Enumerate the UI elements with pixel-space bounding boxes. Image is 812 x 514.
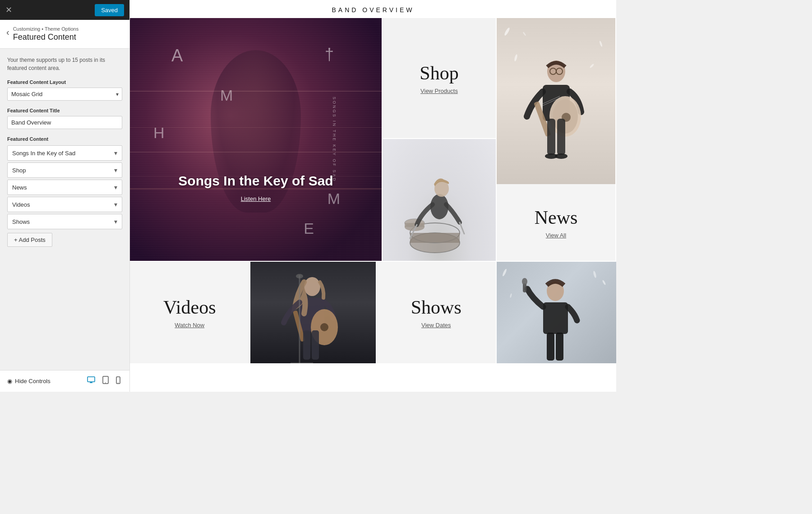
guitarist-silhouette: [511, 22, 601, 184]
svg-line-17: [460, 222, 464, 234]
layout-select[interactable]: Mosaic Grid Grid Slider: [7, 88, 122, 101]
svg-point-46: [522, 278, 527, 285]
letter-e: E: [304, 220, 314, 237]
content-item-shop[interactable]: Shop ▾: [7, 162, 122, 178]
news-title: News: [535, 207, 578, 228]
desktop-device-button[interactable]: [85, 375, 97, 387]
shop-cell[interactable]: Shop View Products: [383, 18, 496, 139]
svg-rect-29: [547, 119, 555, 155]
letter-t: †: [325, 45, 334, 64]
svg-point-34: [304, 277, 320, 296]
svg-rect-0: [88, 377, 95, 382]
shows-cell[interactable]: Shows View Dates: [377, 262, 497, 363]
shows-link[interactable]: View Dates: [421, 322, 451, 329]
mobile-device-button[interactable]: [114, 375, 122, 387]
content-item-shows[interactable]: Shows ▾: [7, 214, 122, 229]
svg-rect-39: [312, 330, 319, 360]
videos-cell[interactable]: Videos Watch Now: [130, 262, 250, 363]
add-posts-button[interactable]: + Add Posts: [7, 233, 52, 247]
chevron-down-icon-2: ▾: [114, 167, 117, 174]
songs-vertical-text: SONGS IN THE KEY OF SAD: [332, 97, 337, 182]
songs-title: Songs In the Key of Sad: [130, 173, 382, 189]
chevron-down-icon-3: ▾: [114, 184, 117, 191]
songs-cell[interactable]: A † M H M E Songs In the Key of Sad List…: [130, 18, 383, 261]
svg-rect-43: [543, 302, 568, 334]
hide-controls-label: Hide Controls: [15, 378, 51, 384]
right-column: News View All: [497, 18, 616, 261]
layout-select-wrapper: Mosaic Grid Grid Slider: [7, 88, 122, 101]
preview-title: BAND OVERVIEW: [130, 0, 616, 18]
news-link[interactable]: View All: [546, 232, 566, 239]
back-button[interactable]: ‹: [6, 26, 9, 37]
glitch-line-1: [130, 91, 382, 92]
glitch-line-3: [130, 152, 382, 153]
topbar: ✕ Saved: [0, 0, 129, 20]
panel-header: ‹ Customizing • Theme Options Featured C…: [0, 20, 129, 49]
layout-label: Featured Content Layout: [7, 79, 122, 85]
svg-rect-48: [556, 333, 563, 361]
svg-rect-30: [557, 119, 565, 155]
chevron-down-icon-5: ▾: [114, 218, 117, 225]
tablet-icon: [102, 376, 109, 384]
news-cell[interactable]: News View All: [497, 184, 615, 261]
drummer-silhouette: [390, 139, 489, 261]
content-item-videos-label: Videos: [12, 201, 114, 208]
videos-link[interactable]: Watch Now: [175, 322, 204, 329]
middle-column: Shop View Products: [383, 18, 497, 261]
svg-point-42: [296, 274, 303, 278]
svg-rect-38: [303, 330, 310, 360]
singer-photo: [497, 262, 616, 363]
content-item-news-label: News: [12, 184, 114, 191]
preview-area: BAND OVERVIEW A † M H M E: [130, 0, 616, 392]
sidebar-footer: ◉ Hide Controls: [0, 370, 129, 392]
drummer-photo: [383, 139, 496, 261]
grid-row-2: Videos Watch Now: [130, 262, 616, 363]
svg-point-4: [105, 382, 106, 383]
mosaic-grid: A † M H M E Songs In the Key of Sad List…: [130, 18, 616, 363]
breadcrumb: Customizing • Theme Options: [13, 26, 79, 32]
shop-title: Shop: [420, 62, 458, 84]
title-field-group: Featured Content Title: [7, 108, 122, 129]
content-item-songs[interactable]: Songs In the Key of Sad ▾: [7, 145, 122, 161]
saved-button[interactable]: Saved: [95, 4, 124, 16]
svg-point-37: [320, 323, 328, 331]
svg-rect-10: [410, 233, 460, 243]
letter-h: H: [153, 124, 165, 142]
content-item-shop-label: Shop: [12, 167, 114, 174]
grid-row-1: A † M H M E Songs In the Key of Sad List…: [130, 18, 616, 262]
shows-title: Shows: [411, 296, 461, 318]
sidebar-body: Your theme supports up to 15 posts in it…: [0, 49, 129, 370]
letter-m: M: [220, 87, 233, 104]
close-button[interactable]: ✕: [5, 6, 12, 14]
guitarist2-photo: [250, 262, 377, 363]
guitarist-photo: [497, 18, 615, 184]
featured-content-label: Featured Content: [7, 136, 122, 142]
hide-controls-button[interactable]: ◉ Hide Controls: [7, 378, 51, 384]
tablet-device-button[interactable]: [101, 375, 111, 387]
shop-link[interactable]: View Products: [420, 88, 458, 94]
svg-point-6: [118, 382, 118, 383]
title-label: Featured Content Title: [7, 108, 122, 113]
content-item-shows-label: Shows: [12, 218, 114, 225]
svg-point-32: [555, 153, 567, 159]
mobile-icon: [116, 376, 120, 384]
svg-rect-47: [547, 333, 554, 361]
videos-title: Videos: [163, 296, 216, 318]
guitarist2-silhouette: [261, 262, 365, 363]
content-item-news[interactable]: News ▾: [7, 180, 122, 195]
songs-link[interactable]: Listen Here: [130, 195, 382, 202]
content-item-videos[interactable]: Videos ▾: [7, 197, 122, 212]
title-input[interactable]: [7, 116, 122, 129]
monitor-icon: [87, 376, 95, 384]
theme-note: Your theme supports up to 15 posts in it…: [7, 56, 122, 72]
featured-content-group: Featured Content Songs In the Key of Sad…: [7, 136, 122, 247]
letter-a: A: [171, 46, 183, 65]
panel-title: Featured Content: [13, 32, 79, 42]
glitch-line-2: [130, 127, 382, 128]
chevron-down-icon: ▾: [114, 149, 117, 157]
svg-rect-13: [405, 223, 424, 227]
breadcrumb-content: Customizing • Theme Options Featured Con…: [13, 26, 79, 42]
singer-silhouette: [512, 262, 602, 363]
device-buttons: [85, 375, 122, 387]
content-item-songs-label: Songs In the Key of Sad: [12, 150, 114, 157]
